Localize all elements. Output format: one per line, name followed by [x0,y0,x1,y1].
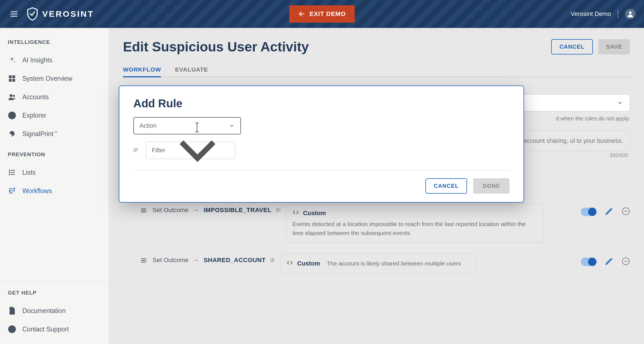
rule-toggle[interactable] [581,208,596,216]
sidebar-item-label: Contact Support [22,326,69,333]
tab-evaluate[interactable]: EVALUATE [175,63,208,77]
document-icon [8,307,16,315]
svg-rect-8 [12,79,15,82]
rule-row: Set Outcome → SHARED_ACCOUNT IF Custom T… [123,254,630,273]
rule-if-label: IF [276,207,281,213]
sidebar-item-documentation[interactable]: Documentation [0,302,109,320]
user-icon [626,10,634,18]
rule-description: Events detected at a location impossible… [292,220,537,237]
filter-placeholder: Filter [152,147,165,154]
dashboard-icon [8,74,16,83]
sparkle-icon [8,56,16,64]
sidebar-item-label: SignalPrint™ [22,130,57,138]
action-placeholder: Action [139,122,157,129]
text-cursor-icon [197,123,197,132]
workflow-icon [8,187,16,195]
filter-select[interactable]: Filter [146,142,235,159]
arrow-right-icon: → [193,257,199,264]
code-icon [287,259,293,268]
arrow-right-icon: → [193,207,199,214]
sidebar-item-signalprint[interactable]: SignalPrint™ [0,125,109,143]
save-button: SAVE [598,39,630,54]
topbar-right: Verosint Demo [571,9,636,19]
sidebar-item-accounts[interactable]: Accounts [0,88,109,106]
sidebar-section-prevention: PREVENTION [0,151,109,163]
sidebar-item-label: Lists [22,169,35,176]
svg-rect-6 [12,75,15,78]
rule-condition-box: Custom The account is likely shared betw… [280,254,476,273]
remove-icon[interactable] [622,257,630,267]
compass-icon [8,111,16,120]
cancel-button[interactable]: CANCEL [551,39,593,54]
menu-icon[interactable] [8,8,20,20]
svg-point-9 [10,94,12,97]
sidebar: INTELLIGENCE AI Insights System Overview… [0,28,109,344]
rule-outcome: SHARED_ACCOUNT [203,257,266,264]
action-select[interactable]: Action [133,117,241,134]
shield-icon [27,7,38,21]
modal-title: Add Rule [133,97,510,110]
tab-workflow[interactable]: WORKFLOW [123,63,161,77]
rule-row: Set Outcome → IMPOSSIBLE_TRAVEL IF Custo… [123,204,630,243]
sidebar-item-label: Accounts [22,93,49,101]
remove-icon[interactable] [622,207,630,217]
sidebar-item-workflows[interactable]: Workflows [0,182,109,200]
sidebar-item-explorer[interactable]: Explorer [0,106,109,125]
arrow-left-icon [298,10,306,18]
svg-point-13 [9,170,10,171]
sidebar-item-label: Documentation [22,307,66,315]
svg-rect-7 [9,79,12,82]
drag-handle-icon[interactable] [140,207,148,215]
brand-logo[interactable]: VEROSINT [27,7,94,21]
rule-condition-box: Custom Events detected at a location imp… [286,204,543,243]
sidebar-section-get-help: GET HELP [0,290,109,302]
sidebar-item-label: AI Insights [22,56,52,64]
topbar: VEROSINT EXIT DEMO Verosint Demo [0,0,644,28]
rule-toggle[interactable] [581,258,596,266]
list-icon [8,168,16,177]
rule-description: The account is likely shared between mul… [327,259,461,268]
svg-point-15 [9,172,10,173]
people-icon [8,93,16,101]
if-label: IF [133,147,139,153]
modal-done-button: DONE [473,178,510,194]
code-icon [292,209,299,217]
chevron-down-icon [229,123,235,129]
svg-point-10 [13,95,15,97]
exit-demo-label: EXIT DEMO [309,10,346,18]
custom-label: Custom [303,210,326,217]
sidebar-item-ai-insights[interactable]: AI Insights [0,51,109,69]
account-label[interactable]: Verosint Demo [571,10,611,18]
tabs: WORKFLOW EVALUATE [123,63,630,77]
sidebar-item-contact-support[interactable]: Contact Support [0,320,109,338]
rule-outcome: IMPOSSIBLE_TRAVEL [203,207,271,214]
page-title: Edit Suspicious User Activity [123,39,309,54]
edit-icon[interactable] [605,207,613,217]
svg-rect-5 [9,75,12,78]
avatar[interactable] [625,9,636,19]
svg-point-4 [629,11,631,14]
brand-text: VEROSINT [42,9,94,19]
chevron-down-icon [617,100,623,106]
sidebar-item-label: Workflows [22,187,52,195]
fingerprint-icon [8,130,16,138]
modal-cancel-button[interactable]: CANCEL [425,178,467,194]
divider [618,10,618,18]
sidebar-section-intelligence: INTELLIGENCE [0,39,109,51]
custom-label: Custom [297,260,320,267]
svg-point-25 [12,331,13,332]
drag-handle-icon[interactable] [140,257,148,265]
char-count: 292/500 [610,152,628,159]
add-rule-modal: Add Rule Action IF Filter CANCEL DONE [119,86,524,203]
sidebar-item-label: Explorer [22,112,46,119]
help-icon [8,325,16,333]
edit-icon[interactable] [605,257,613,267]
exit-demo-button[interactable]: EXIT DEMO [289,5,355,23]
rule-action-label: Set Outcome [153,257,188,264]
rule-if-label: IF [270,257,275,264]
rule-action-label: Set Outcome [153,207,188,214]
sidebar-item-system-overview[interactable]: System Overview [0,69,109,88]
sidebar-item-lists[interactable]: Lists [0,163,109,182]
svg-point-17 [9,174,10,175]
sidebar-item-label: System Overview [22,75,72,82]
